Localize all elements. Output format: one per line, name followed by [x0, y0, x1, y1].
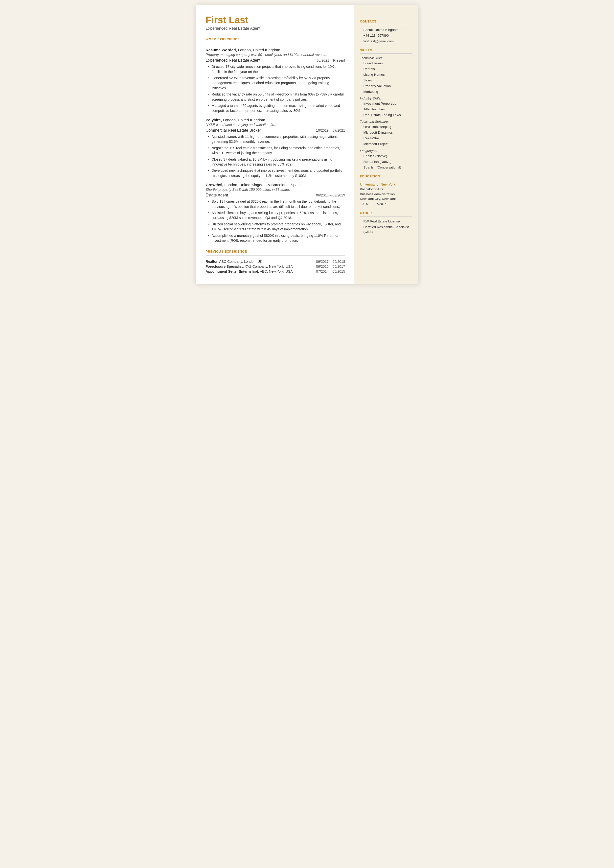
industry-skill-2: Real Estate Zoning Laws: [360, 113, 412, 117]
job-bullet-1-3: Managed a team of 50 agents by guiding t…: [208, 103, 345, 113]
job-company-name-2: Polyhire,: [206, 118, 222, 122]
contact-header: CONTACT: [360, 20, 412, 23]
prev-exp-title-0: Realtor, ABC Company, London, UK: [206, 259, 310, 264]
skills-header: SKILLS: [360, 48, 412, 52]
job-bullet-3-3: Accomplished a monetary goal of $800K in…: [208, 233, 345, 243]
technical-skills-label: Technical Skills:: [360, 56, 412, 60]
name-section: First Last Experienced Real Estate Agent: [206, 15, 345, 31]
language-0: English (Native): [360, 154, 412, 158]
other-item-0: RW Real Estate License.: [360, 219, 412, 224]
industry-skill-0: Investment Properties: [360, 101, 412, 106]
job-bullet-3-1: Assisted clients in buying and selling l…: [208, 210, 345, 220]
prev-exp-dates-0: 06/2017 – 05/2018: [310, 259, 345, 264]
industry-skills-list: Investment Properties Title Searches Rea…: [360, 101, 412, 117]
job-bullet-1-2: Reduced the vacancy rate on 50 units of …: [208, 92, 345, 102]
education-header: EDUCATION: [360, 175, 412, 178]
contact-phone: +44 1234567890: [360, 33, 412, 38]
headline: Experienced Real Estate Agent: [206, 26, 345, 31]
job-tagline-2: NYSE-listed land surveying and valuation…: [206, 123, 345, 127]
other-list: RW Real Estate License. Certified Reside…: [360, 219, 412, 234]
contact-address: Bristol, United Kingdom: [360, 28, 412, 32]
tool-2: RealtyStar: [360, 136, 412, 141]
prev-exp-row-0: Realtor, ABC Company, London, UK 06/2017…: [206, 259, 345, 264]
languages-list: English (Native) Romanian (Native) Spani…: [360, 154, 412, 170]
prev-exp-row-2: Appointment Setter (Internship), ABC, Ne…: [206, 269, 345, 274]
language-1: Romanian (Native): [360, 159, 412, 164]
job-bullet-2-2: Closed 37 deals valued at $5.3M by intro…: [208, 157, 345, 167]
job-title-3: Estate Agent: [206, 193, 228, 197]
prev-exp-title-2: Appointment Setter (Internship), ABC, Ne…: [206, 269, 310, 274]
edu-field: Business Administration: [360, 192, 412, 197]
prev-exp-row-1: Foreclosure Specialist, XYZ Company, New…: [206, 264, 345, 269]
job-bullet-2-3: Developed new techniques that improved i…: [208, 168, 345, 178]
resume-wrapper: First Last Experienced Real Estate Agent…: [196, 5, 419, 284]
previous-experience-header: PREVIOUS EXPERIENCE: [206, 250, 345, 253]
job-company-1: Resume Worded, London, United Kingdom: [206, 48, 345, 52]
tech-skill-3: Sales: [360, 78, 412, 83]
job-bullets-3: Sold 13 homes valued at $320K each in th…: [206, 199, 345, 243]
tech-skill-4: Property Valuation: [360, 84, 412, 89]
job-bullet-2-1: Negotiated 129 real estate transactions,…: [208, 146, 345, 156]
job-bullet-1-1: Generated $29M in revenue while increasi…: [208, 76, 345, 90]
job-entry-3: Growthsi, London, United Kingdom & Barce…: [206, 183, 345, 243]
work-experience-header: WORK EXPERIENCE: [206, 37, 345, 41]
job-entry-1: Resume Worded, London, United Kingdom Pr…: [206, 48, 345, 113]
job-bullet-3-0: Sold 13 homes valued at $320K each in th…: [208, 199, 345, 209]
job-bullet-2-0: Assisted owners with 11 high-end commerc…: [208, 134, 345, 144]
tool-1: Microsoft Dynamics: [360, 130, 412, 135]
prev-exp-dates-1: 06/2016 – 05/2017: [310, 264, 345, 269]
tech-skill-5: Marketing: [360, 89, 412, 94]
edu-school: University of New York: [360, 182, 412, 186]
edu-degree: Bachelor of Arts: [360, 187, 412, 192]
contact-list: Bristol, United Kingdom +44 1234567890 f…: [360, 28, 412, 43]
tools-list: OWL Bookkeeping Microsoft Dynamics Realt…: [360, 124, 412, 146]
job-company-2: Polyhire, London, United Kingdom: [206, 118, 345, 122]
job-title-row-3: Estate Agent 06/2018 – 09/2019: [206, 193, 345, 197]
job-dates-2: 10/2019 – 07/2021: [316, 129, 345, 132]
job-location-3: London, United Kingdom & Barcelona, Spai…: [223, 183, 301, 187]
job-title-row-2: Commercial Real Estate Broker 10/2019 – …: [206, 128, 345, 133]
contact-divider: [360, 25, 412, 25]
sidebar-column: CONTACT Bristol, United Kingdom +44 1234…: [354, 5, 419, 284]
tools-label: Tools and Software:: [360, 120, 412, 123]
tool-3: Microsoft Project: [360, 141, 412, 146]
previous-experience-divider: [206, 255, 345, 256]
job-bullet-3-2: Utilized social networking platforms to …: [208, 222, 345, 232]
job-bullet-1-0: Directed 17 city-wide renovation project…: [208, 64, 345, 74]
tech-skill-1: Rentals: [360, 67, 412, 71]
job-title-2: Commercial Real Estate Broker: [206, 128, 261, 133]
job-tagline-3: Shortlet property SaaS with 150,000 user…: [206, 188, 345, 191]
prev-exp-dates-2: 07/2014 – 05/2015: [310, 269, 345, 274]
industry-skills-label: Industry Skills:: [360, 96, 412, 100]
education-divider: [360, 180, 412, 180]
prev-exp-title-1: Foreclosure Specialist, XYZ Company, New…: [206, 264, 310, 269]
tech-skill-2: Listing Homes: [360, 72, 412, 77]
skills-divider: [360, 53, 412, 54]
job-location-2: London, United Kingdom: [222, 118, 265, 122]
technical-skills-list: Foreclosures Rentals Listing Homes Sales…: [360, 61, 412, 94]
job-tagline-1: Property managing company with 50+ emplo…: [206, 53, 345, 57]
edu-dates: 10/2011 - 06/2014: [360, 202, 412, 207]
job-company-name-3: Growthsi,: [206, 183, 223, 187]
language-2: Spanish (Conversational): [360, 165, 412, 170]
job-company-3: Growthsi, London, United Kingdom & Barce…: [206, 183, 345, 187]
tech-skill-0: Foreclosures: [360, 61, 412, 65]
job-dates-3: 06/2018 – 09/2019: [316, 193, 345, 197]
previous-experience-table: Realtor, ABC Company, London, UK 06/2017…: [206, 259, 345, 274]
languages-label: Languages:: [360, 149, 412, 153]
full-name: First Last: [206, 15, 345, 25]
job-entry-2: Polyhire, London, United Kingdom NYSE-li…: [206, 118, 345, 178]
job-title-row-1: Experienced Real Estate Agent 08/2021 – …: [206, 58, 345, 63]
job-bullets-2: Assisted owners with 11 high-end commerc…: [206, 134, 345, 178]
tool-0: OWL Bookkeeping: [360, 124, 412, 129]
job-location-1: London, United Kingdom: [237, 48, 280, 52]
industry-skill-1: Title Searches: [360, 107, 412, 112]
other-header: OTHER: [360, 211, 412, 215]
job-bullets-1: Directed 17 city-wide renovation project…: [206, 64, 345, 113]
contact-email: first.last@gmail.com: [360, 39, 412, 43]
other-item-1: Certified Residential Specialist (CRS).: [360, 225, 412, 234]
job-company-name-1: Resume Worded,: [206, 48, 237, 52]
edu-location: New York City, New York: [360, 196, 412, 202]
main-column: First Last Experienced Real Estate Agent…: [196, 5, 354, 284]
job-title-1: Experienced Real Estate Agent: [206, 58, 260, 63]
